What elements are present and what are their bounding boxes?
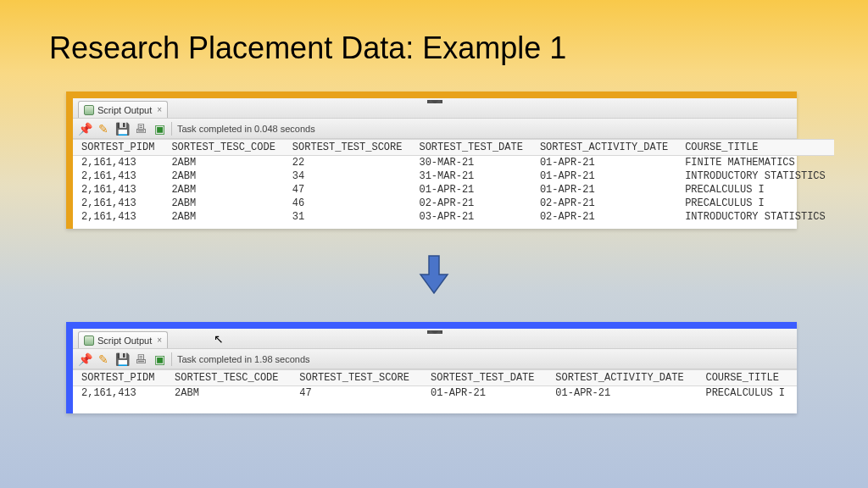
table-cell: 2ABM	[163, 210, 283, 224]
table-cell: 03-APR-21	[410, 210, 531, 224]
table-row: 2,161,4132ABM4701-APR-2101-APR-21PRECALC…	[73, 386, 797, 401]
close-icon[interactable]: ×	[155, 105, 162, 114]
table-cell: 46	[284, 197, 411, 210]
tab-script-output[interactable]: Script Output ×	[78, 101, 168, 118]
toolbar: 📌 ✎ 💾 🖶 ▣ Task completed in 0.048 second…	[73, 119, 797, 139]
table-cell: 34	[284, 169, 411, 183]
table-cell: 02-APR-21	[531, 210, 676, 224]
table-row: 2,161,4132ABM4701-APR-2101-APR-21PRECALC…	[73, 183, 834, 197]
table-cell: 2ABM	[163, 183, 283, 197]
table-header: COURSE_TITLE	[697, 370, 797, 386]
table-header: SORTEST_TEST_DATE	[410, 140, 531, 156]
table-header: SORTEST_PIDM	[73, 140, 163, 156]
table-cell: PRECALCULUS I	[676, 197, 834, 210]
table-header: SORTEST_TESC_CODE	[166, 370, 291, 386]
table-cell: INTRODUCTORY STATISTICS	[676, 210, 834, 224]
table-row: 2,161,4132ABM3431-MAR-2101-APR-21INTRODU…	[73, 169, 834, 183]
task-status: Task completed in 0.048 seconds	[177, 124, 315, 134]
table-cell: 01-APR-21	[410, 183, 531, 197]
table-cell: 01-APR-21	[547, 386, 697, 401]
pencil-icon[interactable]: ✎	[97, 352, 110, 366]
tab-label: Script Output	[97, 105, 152, 115]
table-cell: 2,161,413	[73, 386, 166, 401]
table-cell: 01-APR-21	[422, 386, 547, 401]
pin-icon[interactable]: 📌	[78, 352, 92, 366]
dock-handle[interactable]	[427, 100, 442, 103]
table-header: SORTEST_TEST_DATE	[422, 370, 547, 386]
table-header: COURSE_TITLE	[676, 140, 834, 156]
table-cell: 47	[284, 183, 411, 197]
table-cell: 01-APR-21	[531, 156, 676, 170]
table-header: SORTEST_ACTIVITY_DATE	[547, 370, 697, 386]
table-header: SORTEST_PIDM	[73, 370, 166, 386]
table-row: 2,161,4132ABM2230-MAR-2101-APR-21FINITE …	[73, 156, 834, 170]
table-cell: PRECALCULUS I	[697, 386, 797, 401]
divider	[171, 122, 172, 136]
table-cell: 30-MAR-21	[410, 156, 531, 170]
arrow-down-icon	[419, 252, 449, 297]
table-cell: 31-MAR-21	[410, 169, 531, 183]
tab-label: Script Output	[97, 336, 152, 346]
table-header: SORTEST_TEST_SCORE	[284, 140, 411, 156]
script-output-panel-bottom: Script Output × 📌 ✎ 💾 🖶 ▣ Task completed…	[66, 322, 797, 413]
results-table: SORTEST_PIDMSORTEST_TESC_CODESORTEST_TES…	[73, 139, 834, 224]
table-header: SORTEST_TESC_CODE	[163, 140, 283, 156]
table-header: SORTEST_TEST_SCORE	[291, 370, 422, 386]
table-cell: 02-APR-21	[531, 197, 676, 210]
script-output-panel-top: Script Output × 📌 ✎ 💾 🖶 ▣ Task completed…	[66, 92, 797, 229]
tab-bar: Script Output ×	[73, 98, 797, 119]
table-cell: PRECALCULUS I	[676, 183, 834, 197]
table-cell: 2,161,413	[73, 169, 163, 183]
table-cell: 2,161,413	[73, 156, 163, 170]
table-cell: 2,161,413	[73, 197, 163, 210]
table-cell: 01-APR-21	[531, 183, 676, 197]
script-output-icon	[84, 105, 94, 115]
cursor-icon: ↖	[214, 332, 224, 346]
table-row: 2,161,4132ABM3103-APR-2102-APR-21INTRODU…	[73, 210, 834, 224]
dock-handle[interactable]	[427, 330, 442, 334]
table-cell: 02-APR-21	[410, 197, 531, 210]
table-cell: INTRODUCTORY STATISTICS	[676, 169, 834, 183]
tab-script-output[interactable]: Script Output ×	[78, 331, 168, 348]
table-cell: 01-APR-21	[531, 169, 676, 183]
results-table: SORTEST_PIDMSORTEST_TESC_CODESORTEST_TES…	[73, 369, 797, 400]
print-icon[interactable]: 🖶	[134, 352, 147, 366]
table-cell: 2ABM	[166, 386, 291, 401]
tab-bar: Script Output ×	[73, 329, 797, 349]
table-cell: 2,161,413	[73, 183, 163, 197]
run-icon[interactable]: ▣	[153, 352, 166, 366]
table-cell: FINITE MATHEMATICS	[676, 156, 834, 170]
table-cell: 2ABM	[163, 169, 283, 183]
table-cell: 47	[291, 386, 422, 401]
run-icon[interactable]: ▣	[153, 122, 166, 136]
table-cell: 2ABM	[163, 156, 283, 170]
pencil-icon[interactable]: ✎	[97, 122, 110, 136]
table-row: 2,161,4132ABM4602-APR-2102-APR-21PRECALC…	[73, 197, 834, 210]
slide-title: Research Placement Data: Example 1	[49, 30, 566, 66]
task-status: Task completed in 1.98 seconds	[177, 354, 310, 364]
table-cell: 22	[284, 156, 411, 170]
save-icon[interactable]: 💾	[115, 352, 129, 366]
toolbar: 📌 ✎ 💾 🖶 ▣ Task completed in 1.98 seconds…	[73, 349, 797, 369]
save-icon[interactable]: 💾	[115, 122, 129, 136]
print-icon[interactable]: 🖶	[134, 122, 147, 136]
pin-icon[interactable]: 📌	[78, 122, 92, 136]
table-header: SORTEST_ACTIVITY_DATE	[531, 140, 676, 156]
script-output-icon	[84, 336, 94, 346]
table-cell: 2,161,413	[73, 210, 163, 224]
divider	[171, 352, 172, 366]
table-cell: 2ABM	[163, 197, 283, 210]
table-cell: 31	[284, 210, 411, 224]
close-icon[interactable]: ×	[155, 336, 162, 345]
